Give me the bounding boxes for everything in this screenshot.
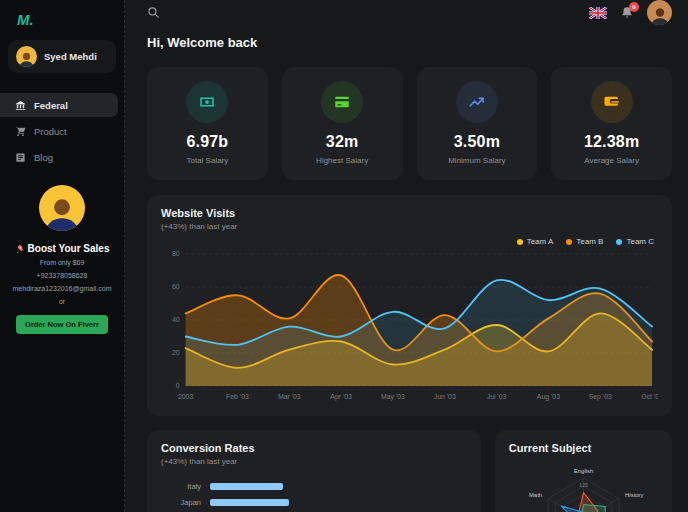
website-visits-chart: 0204060802003Feb '03Mar '03Apr '03May '0… (161, 246, 658, 404)
conversion-bars: Italy Japan China (161, 478, 467, 512)
stat-value: 12.38m (555, 133, 668, 151)
promo-price: From only $69 (7, 259, 117, 268)
main-content: 0 Hi, Welcome back 6.97b Total Salary (125, 0, 688, 512)
chart-subtitle: (+43%) than last year (161, 457, 467, 466)
wallet-icon (591, 81, 633, 123)
svg-text:History: History (625, 492, 643, 498)
svg-text:English: English (574, 468, 593, 474)
stat-label: Average Salary (555, 156, 668, 165)
sidebar-nav: Federal Product Blog (0, 93, 124, 169)
user-name: Syed Mehdi (44, 51, 97, 62)
stat-label: Total Salary (151, 156, 264, 165)
bar-row-italy: Italy (161, 478, 467, 494)
svg-text:2003: 2003 (178, 393, 193, 400)
stat-label: Minimum Salary (421, 156, 534, 165)
svg-text:Aug '03: Aug '03 (537, 393, 560, 401)
topbar-actions: 0 (589, 0, 672, 25)
chart-title: Current Subject (509, 442, 658, 454)
chart-subtitle: (+43%) than last year (161, 222, 658, 231)
svg-text:0: 0 (176, 382, 180, 389)
language-flag-button[interactable] (589, 7, 607, 19)
current-subject-card: Current Subject EnglishHistoryPhysicsGeo… (495, 430, 672, 512)
bar-japan (210, 499, 289, 506)
chart-title: Website Visits (161, 207, 658, 219)
bank-icon (15, 100, 26, 111)
bar-italy (210, 483, 283, 490)
page-title: Hi, Welcome back (147, 35, 672, 50)
rocket-icon (15, 244, 25, 254)
order-now-button[interactable]: Order Now On Fiverr (16, 315, 108, 334)
svg-text:125: 125 (579, 482, 588, 488)
promo-avatar (39, 185, 85, 231)
chart-title: Conversion Rates (161, 442, 467, 454)
sidebar-user-card[interactable]: Syed Mehdi (8, 40, 116, 73)
sidebar-item-product[interactable]: Product (0, 119, 118, 143)
stat-card-minimum-salary: 3.50m Minimum Salary (417, 67, 538, 180)
dashboard-page: M. Syed Mehdi Federal Product (0, 0, 688, 512)
sidebar-item-label: Federal (34, 100, 68, 111)
search-button[interactable] (147, 6, 160, 19)
svg-text:May '03: May '03 (381, 393, 405, 401)
stat-value: 6.97b (151, 133, 264, 151)
notification-badge: 0 (629, 2, 639, 12)
svg-text:Apr '03: Apr '03 (330, 393, 352, 401)
stat-label: Highest Salary (286, 156, 399, 165)
svg-text:Sep '03: Sep '03 (589, 393, 612, 401)
svg-text:Mar '03: Mar '03 (278, 393, 301, 400)
person-icon (650, 5, 670, 25)
svg-text:80: 80 (172, 250, 180, 257)
sidebar-item-federal[interactable]: Federal (0, 93, 118, 117)
app-logo[interactable]: M. (0, 0, 124, 28)
svg-text:Oct '03: Oct '03 (641, 393, 658, 400)
stat-card-highest-salary: 32m Highest Salary (282, 67, 403, 180)
conversion-rates-card: Conversion Rates (+43%) than last year I… (147, 430, 481, 512)
svg-text:20: 20 (172, 349, 180, 356)
stat-value: 32m (286, 133, 399, 151)
legend-dot (566, 239, 572, 245)
card-icon (321, 81, 363, 123)
sidebar: M. Syed Mehdi Federal Product (0, 0, 125, 512)
svg-text:40: 40 (172, 316, 180, 323)
person-icon (18, 50, 35, 67)
promo-email: mehdiraza1232016@gmail.com (7, 285, 117, 294)
current-subject-radar-chart: EnglishHistoryPhysicsGeographyChineseMat… (509, 456, 658, 512)
topbar: 0 (147, 0, 672, 25)
bar-row-japan: Japan (161, 494, 467, 510)
uk-flag-icon (589, 7, 607, 19)
person-photo-icon (43, 193, 81, 231)
legend-item-team-a[interactable]: Team A (517, 237, 554, 246)
bottom-row: Conversion Rates (+43%) than last year I… (147, 430, 672, 512)
legend-dot (517, 239, 523, 245)
sidebar-item-blog[interactable]: Blog (0, 145, 118, 169)
svg-text:Math: Math (529, 492, 542, 498)
svg-text:60: 60 (172, 283, 180, 290)
blog-icon (15, 152, 26, 163)
banknote-icon (186, 81, 228, 123)
stat-value: 3.50m (421, 133, 534, 151)
legend-item-team-c[interactable]: Team C (616, 237, 654, 246)
notifications-button[interactable]: 0 (620, 6, 634, 20)
user-avatar (16, 46, 37, 67)
promo-phone: +923378058628 (7, 272, 117, 281)
search-icon (147, 6, 160, 19)
stat-card-average-salary: 12.38m Average Salary (551, 67, 672, 180)
legend-dot (616, 239, 622, 245)
stat-card-total-salary: 6.97b Total Salary (147, 67, 268, 180)
svg-text:Jun '03: Jun '03 (434, 393, 456, 400)
trending-up-icon (456, 81, 498, 123)
stat-cards: 6.97b Total Salary 32m Highest Salary 3.… (147, 67, 672, 180)
svg-text:Jul '03: Jul '03 (487, 393, 507, 400)
cart-icon (15, 126, 26, 137)
promo-divider: or (7, 298, 117, 307)
svg-text:Feb '03: Feb '03 (226, 393, 249, 400)
website-visits-card: Website Visits (+43%) than last year Tea… (147, 195, 672, 416)
sidebar-item-label: Blog (34, 152, 53, 163)
chart-legend: Team A Team B Team C (161, 237, 654, 246)
profile-avatar-button[interactable] (647, 0, 672, 25)
promo-title: Boost Your Sales (7, 243, 117, 254)
sidebar-item-label: Product (34, 126, 67, 137)
legend-item-team-b[interactable]: Team B (566, 237, 603, 246)
sidebar-promo: Boost Your Sales From only $69 +92337805… (0, 185, 124, 334)
